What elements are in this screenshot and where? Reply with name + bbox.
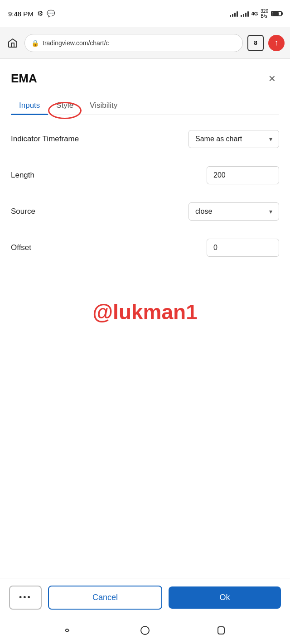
cancel-button[interactable]: Cancel	[48, 586, 162, 610]
tabs-button[interactable]: 8	[247, 35, 264, 51]
tab-style[interactable]: Style	[48, 96, 82, 115]
battery-icon	[271, 11, 282, 16]
status-right: 4G 320B/s	[230, 9, 282, 19]
upload-button[interactable]: ↑	[268, 35, 285, 51]
length-row: Length 200	[11, 164, 279, 187]
tab-visibility[interactable]: Visibility	[82, 96, 126, 115]
tab-inputs[interactable]: Inputs	[11, 96, 48, 115]
time-display: 9:48 PM	[8, 10, 34, 18]
tabs-row: Inputs Style Visibility	[11, 96, 279, 115]
offset-input[interactable]: 0	[207, 239, 279, 257]
watermark-text: @lukman1	[11, 273, 279, 338]
upload-icon: ↑	[275, 38, 279, 48]
more-button[interactable]: •••	[9, 586, 42, 610]
indicator-timeframe-label: Indicator Timeframe	[11, 135, 79, 144]
back-button[interactable]	[62, 623, 76, 638]
indicator-timeframe-row: Indicator Timeframe Same as chart ▾	[11, 128, 279, 150]
indicator-timeframe-dropdown[interactable]: Same as chart ▾	[188, 130, 279, 148]
lock-icon: 🔒	[31, 39, 39, 47]
signal-bars	[230, 10, 238, 17]
android-nav-bar	[0, 617, 290, 644]
whatsapp-icon: 💬	[47, 10, 55, 18]
status-left: 9:48 PM ⚙ 💬	[8, 10, 55, 18]
svg-point-0	[141, 626, 149, 634]
home-nav-button[interactable]	[138, 623, 152, 638]
signal-bars-2	[241, 10, 249, 17]
network-type: 4G	[251, 11, 258, 16]
ok-button[interactable]: Ok	[169, 586, 281, 609]
length-label: Length	[11, 171, 34, 180]
browser-bar: 🔒 tradingview.com/chart/c 8 ↑	[0, 27, 290, 59]
offset-row: Offset 0	[11, 236, 279, 259]
length-input[interactable]: 200	[207, 166, 279, 184]
home-button[interactable]	[5, 36, 20, 50]
chevron-down-icon: ▾	[269, 135, 272, 143]
source-label: Source	[11, 207, 35, 216]
source-value: close	[195, 207, 212, 216]
modal-header: EMA ×	[11, 70, 279, 87]
source-dropdown[interactable]: close ▾	[188, 202, 279, 221]
indicator-timeframe-value: Same as chart	[195, 135, 242, 143]
modal-title: EMA	[11, 72, 37, 86]
url-text: tradingview.com/chart/c	[43, 39, 109, 47]
modal-container: EMA × Inputs Style Visibility Indicator …	[0, 59, 290, 458]
recents-button[interactable]	[214, 623, 228, 638]
source-row: Source close ▾	[11, 200, 279, 223]
offset-label: Offset	[11, 243, 31, 252]
tab-style-wrapper: Style	[56, 101, 73, 110]
close-button[interactable]: ×	[265, 70, 279, 87]
data-speed: 320B/s	[261, 9, 268, 19]
bottom-action-bar: ••• Cancel Ok	[0, 578, 290, 617]
settings-icon: ⚙	[37, 10, 43, 18]
url-bar[interactable]: 🔒 tradingview.com/chart/c	[24, 34, 243, 52]
source-chevron-icon: ▾	[269, 208, 272, 215]
status-bar: 9:48 PM ⚙ 💬 4G 320B/s	[0, 0, 290, 27]
